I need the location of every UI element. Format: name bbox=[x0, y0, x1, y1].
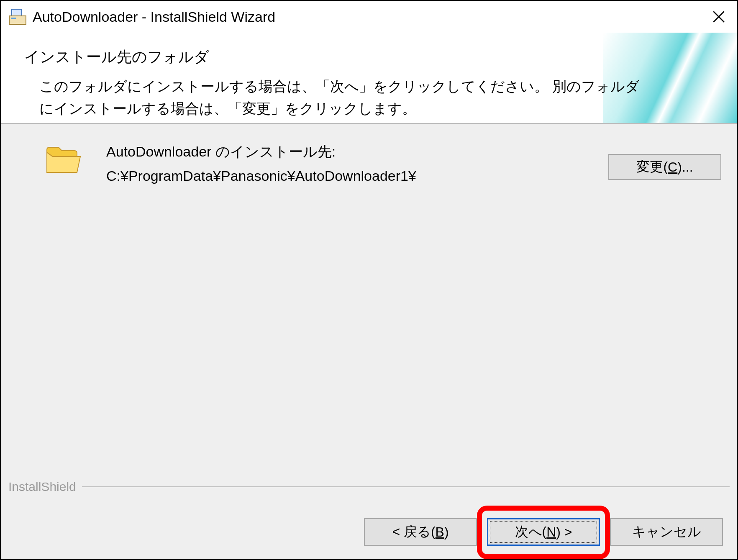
footer-brand: InstallShield bbox=[8, 480, 82, 494]
page-subtitle: このフォルダにインストールする場合は、「次へ」をクリックしてください。 別のフォ… bbox=[39, 75, 645, 119]
close-button[interactable] bbox=[700, 1, 737, 33]
destination-folder-text: AutoDownloader のインストール先: C:¥ProgramData¥… bbox=[106, 140, 416, 188]
content-area: AutoDownloader のインストール先: C:¥ProgramData¥… bbox=[1, 124, 737, 559]
window-title: AutoDownloader - InstallShield Wizard bbox=[33, 9, 275, 25]
next-button[interactable]: 次へ(N) > bbox=[487, 518, 600, 546]
page-title: インストール先のフォルダ bbox=[24, 47, 209, 67]
svg-rect-1 bbox=[9, 16, 26, 24]
titlebar: AutoDownloader - InstallShield Wizard bbox=[1, 1, 737, 33]
installer-icon bbox=[8, 8, 27, 26]
wizard-button-row: < 戻る(B) 次へ(N) > キャンセル bbox=[364, 518, 723, 546]
footer-divider bbox=[82, 486, 730, 487]
svg-rect-2 bbox=[11, 18, 16, 19]
change-button[interactable]: 変更(C)... bbox=[608, 154, 721, 180]
back-button[interactable]: < 戻る(B) bbox=[364, 518, 477, 546]
footer-brand-row: InstallShield bbox=[8, 480, 730, 494]
next-button-wrap: 次へ(N) > bbox=[487, 518, 600, 546]
install-to-label: AutoDownloader のインストール先: bbox=[106, 140, 416, 164]
installer-window: AutoDownloader - InstallShield Wizard イン… bbox=[0, 0, 738, 560]
folder-open-icon bbox=[44, 142, 81, 179]
cancel-button[interactable]: キャンセル bbox=[610, 518, 723, 546]
wizard-header: インストール先のフォルダ このフォルダにインストールする場合は、「次へ」をクリッ… bbox=[1, 33, 737, 124]
install-path: C:¥ProgramData¥Panasonic¥AutoDownloader1… bbox=[106, 164, 416, 188]
